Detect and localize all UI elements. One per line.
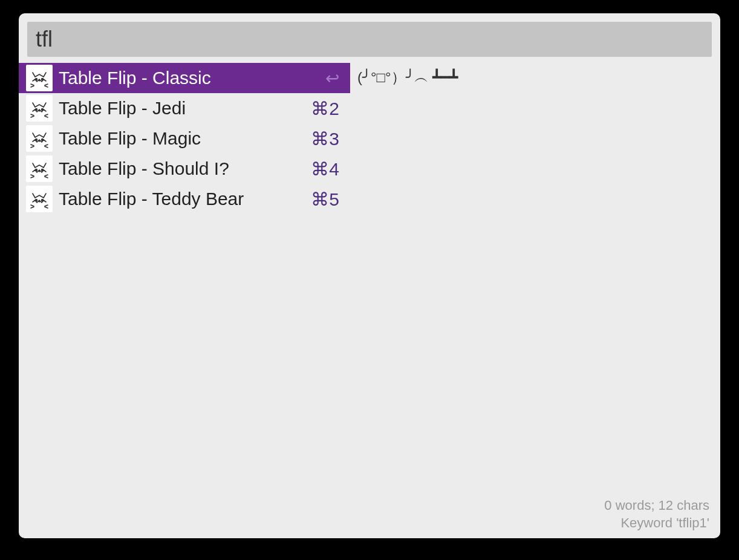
enter-icon: ↩ [325,68,339,88]
result-label: Table Flip - Jedi [59,98,311,119]
svg-point-6 [36,139,37,141]
svg-point-3 [36,109,37,111]
result-item-jedi[interactable]: Table Flip - Jedi ⌘2 [19,93,350,123]
svg-point-9 [36,169,37,171]
snippet-icon [26,125,53,152]
snippet-icon [26,95,53,122]
result-label: Table Flip - Teddy Bear [59,189,311,209]
svg-point-8 [39,140,40,142]
launcher-window: Table Flip - Classic ↩ ↩ [19,13,720,538]
results-list: Table Flip - Classic ↩ ↩ [19,63,350,538]
snippet-icon [26,65,53,91]
snippet-icon [26,186,53,212]
body-area: Table Flip - Classic ↩ ↩ [19,63,720,538]
result-label: Table Flip - Should I? [59,158,311,179]
result-label: Table Flip - Magic [59,128,311,149]
result-item-classic[interactable]: Table Flip - Classic ↩ ↩ [19,63,350,93]
svg-point-11 [39,171,40,172]
result-item-magic[interactable]: Table Flip - Magic ⌘3 [19,123,350,154]
svg-point-4 [42,109,44,111]
svg-point-10 [42,169,44,171]
result-item-should-i[interactable]: Table Flip - Should I? ⌘4 [19,154,350,184]
preview-pane: (╯°□°）╯︵ ┻━┻ 0 words; 12 chars Keyword '… [350,63,720,538]
svg-point-13 [42,200,44,201]
svg-point-12 [36,200,37,201]
result-shortcut: ⌘4 [311,158,339,180]
svg-point-0 [36,79,37,80]
meta-block: 0 words; 12 chars Keyword 'tflip1' [604,497,709,532]
svg-point-2 [39,80,40,81]
meta-keyword: Keyword 'tflip1' [604,514,709,532]
snippet-icon [26,155,53,182]
result-shortcut: ⌘3 [311,128,339,149]
result-shortcut: ⌘5 [311,189,339,210]
svg-point-1 [42,79,44,80]
result-shortcut: ⌘2 [311,98,339,119]
result-label: Table Flip - Classic [59,68,325,88]
svg-point-14 [39,201,40,202]
search-input[interactable] [27,22,712,57]
svg-point-7 [42,139,44,141]
result-item-teddy-bear[interactable]: Table Flip - Teddy Bear ⌘5 [19,184,350,214]
meta-stats: 0 words; 12 chars [604,497,709,515]
preview-text: (╯°□°）╯︵ ┻━┻ [357,69,711,86]
svg-point-5 [39,110,40,111]
